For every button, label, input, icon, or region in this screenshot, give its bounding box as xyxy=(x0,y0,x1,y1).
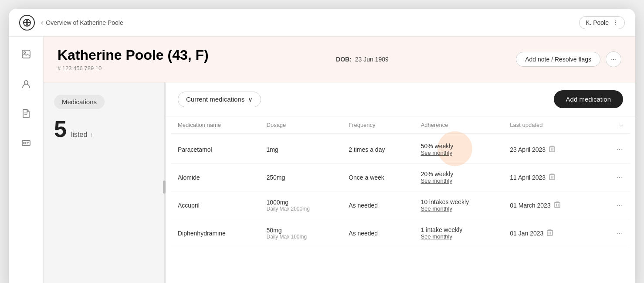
med-frequency-cell: As needed xyxy=(342,191,414,219)
med-lastupdated-cell: 11 April 2023 xyxy=(503,164,595,191)
med-adherence-cell: 10 intakes weekly See monthly xyxy=(414,191,503,219)
patient-header: Katherine Poole (43, F) # 123 456 789 10… xyxy=(44,37,635,82)
adherence-text: 1 intake weekly See monthly xyxy=(421,226,496,240)
sidebar-icon-person[interactable] xyxy=(17,75,35,92)
col-header-actions: ≡ xyxy=(595,116,630,134)
sort-arrow-icon[interactable]: ↑ xyxy=(90,131,93,138)
last-updated-date: 11 April 2023 xyxy=(510,174,546,181)
last-updated-date: 01 Jan 2023 xyxy=(510,230,543,237)
med-lastupdated-cell: 23 April 2023 xyxy=(503,134,595,164)
patient-more-button[interactable]: ⋯ xyxy=(606,51,621,67)
med-name-cell: Diphenhydramine xyxy=(171,219,260,247)
adherence-weekly: 20% weekly xyxy=(421,170,496,177)
med-more-cell: ⋯ xyxy=(595,164,630,191)
patient-name: Katherine Poole (43, F) xyxy=(58,47,209,63)
sidebar-icon-card[interactable] xyxy=(17,134,35,152)
med-frequency-cell: Once a week xyxy=(342,164,414,191)
svg-rect-14 xyxy=(549,175,555,180)
content-area: Katherine Poole (43, F) # 123 456 789 10… xyxy=(44,37,635,283)
add-medication-button[interactable]: Add medication xyxy=(554,90,623,108)
med-frequency-cell: As needed xyxy=(342,219,414,247)
table-row: Accupril1000mgDaily Max 2000mgAs needed … xyxy=(171,191,630,219)
med-dosage-cell: 50mgDaily Max 100mg xyxy=(260,219,342,247)
med-count: 5 xyxy=(54,118,67,140)
svg-point-4 xyxy=(24,81,28,84)
see-monthly-link[interactable]: See monthly xyxy=(421,177,496,184)
section-label: Medications xyxy=(54,95,105,109)
svg-rect-11 xyxy=(549,147,555,152)
med-more-cell: ⋯ xyxy=(595,219,630,247)
col-header-dosage: Dosage xyxy=(260,116,342,134)
med-name-cell: Paracetamol xyxy=(171,134,260,164)
current-meds-label: Current medications xyxy=(186,95,244,103)
last-updated-wrapper: 01 March 2023 xyxy=(510,201,588,209)
back-arrow-icon: ‹ xyxy=(41,19,43,27)
svg-rect-20 xyxy=(547,231,552,235)
more-options-button[interactable]: ⋯ xyxy=(616,229,623,237)
delete-icon[interactable] xyxy=(549,145,555,153)
filter-icon[interactable]: ≡ xyxy=(620,122,623,128)
med-name-cell: Alomide xyxy=(171,164,260,191)
patient-dob: DOB: 23 Jun 1989 xyxy=(336,56,389,63)
medications-table-wrapper: Medication name Dosage Frequency Adheren… xyxy=(166,116,635,247)
med-dosage-cell: 250mg xyxy=(260,164,342,191)
see-monthly-link[interactable]: See monthly xyxy=(421,205,496,212)
medications-table: Medication name Dosage Frequency Adheren… xyxy=(171,116,630,247)
med-adherence-cell: 1 intake weekly See monthly xyxy=(414,219,503,247)
col-header-frequency: Frequency xyxy=(342,116,414,134)
med-header-bar: Current medications ∨ Add medication xyxy=(166,82,635,116)
sidebar-icon-document[interactable] xyxy=(17,105,35,122)
app-window: ‹ Overview of Katherine Poole K. Poole ⋮ xyxy=(9,9,635,283)
dob-value: 23 Jun 1989 xyxy=(355,56,389,63)
patient-id: # 123 456 789 10 xyxy=(58,65,209,72)
right-panel: Current medications ∨ Add medication Med… xyxy=(166,82,635,283)
col-header-name: Medication name xyxy=(171,116,260,134)
back-button[interactable]: ‹ Overview of Katherine Poole xyxy=(41,19,123,27)
see-monthly-link[interactable]: See monthly xyxy=(421,233,496,240)
last-updated-wrapper: 11 April 2023 xyxy=(510,173,588,181)
table-header-row: Medication name Dosage Frequency Adheren… xyxy=(171,116,630,134)
patient-info: Katherine Poole (43, F) # 123 456 789 10 xyxy=(58,47,209,72)
last-updated-wrapper: 01 Jan 2023 xyxy=(510,229,588,237)
patient-more-icon: ⋯ xyxy=(610,55,617,64)
med-frequency-cell: 2 times a day xyxy=(342,134,414,164)
table-row: Paracetamol1mg2 times a day 50% weekly S… xyxy=(171,134,630,164)
svg-rect-2 xyxy=(22,50,30,58)
delete-icon[interactable] xyxy=(554,201,560,209)
sidebar-icon-images[interactable] xyxy=(17,45,35,63)
user-menu-icon: ⋮ xyxy=(612,19,618,26)
med-adherence-cell: 50% weekly See monthly xyxy=(414,134,503,164)
main-layout: Katherine Poole (43, F) # 123 456 789 10… xyxy=(9,37,635,283)
table-row: Alomide250mgOnce a week 20% weekly See m… xyxy=(171,164,630,191)
more-options-button[interactable]: ⋯ xyxy=(616,174,623,181)
see-monthly-link[interactable]: See monthly xyxy=(421,150,496,156)
delete-icon[interactable] xyxy=(549,173,555,181)
more-options-button[interactable]: ⋯ xyxy=(616,201,623,209)
med-lastupdated-cell: 01 March 2023 xyxy=(503,191,595,219)
svg-point-3 xyxy=(24,52,25,54)
more-options-button[interactable]: ⋯ xyxy=(616,146,623,153)
med-dosage-cell: 1mg xyxy=(260,134,342,164)
med-adherence-cell: 20% weekly See monthly xyxy=(414,164,503,191)
nav-left: ‹ Overview of Katherine Poole xyxy=(19,15,123,31)
dob-label: DOB: xyxy=(336,56,352,63)
med-dosage-cell: 1000mgDaily Max 2000mg xyxy=(260,191,342,219)
count-label-text: listed xyxy=(71,131,87,139)
adherence-weekly: 50% weekly xyxy=(421,143,496,150)
current-meds-button[interactable]: Current medications ∨ xyxy=(178,92,261,107)
delete-icon[interactable] xyxy=(547,229,553,237)
adherence-weekly: 1 intake weekly xyxy=(421,226,496,233)
left-panel: Medications 5 listed ↑ xyxy=(44,82,166,283)
med-content: Medications 5 listed ↑ Current medi xyxy=(44,82,635,283)
med-count-label: listed ↑ xyxy=(71,131,93,139)
last-updated-date: 01 March 2023 xyxy=(510,202,550,209)
med-more-cell: ⋯ xyxy=(595,191,630,219)
adherence-weekly: 10 intakes weekly xyxy=(421,198,496,205)
user-name: K. Poole xyxy=(586,19,609,26)
add-note-button[interactable]: Add note / Resolve flags xyxy=(516,52,600,67)
last-updated-date: 23 April 2023 xyxy=(510,146,546,153)
adherence-text: 50% weekly See monthly xyxy=(421,143,496,156)
svg-rect-8 xyxy=(24,142,26,144)
med-lastupdated-cell: 01 Jan 2023 xyxy=(503,219,595,247)
user-badge[interactable]: K. Poole ⋮ xyxy=(579,16,625,29)
